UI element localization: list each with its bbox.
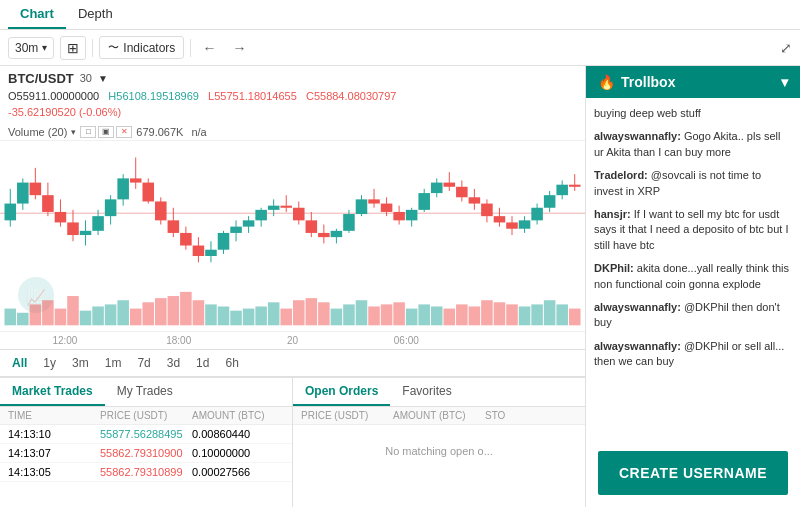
list-item: alwayswannafly: Gogo Akita.. pls sell ur…	[594, 129, 792, 160]
trollbox-panel: 🔥 Trollbox ▾ buying deep web stuff alway…	[585, 66, 800, 507]
trollbox-header: 🔥 Trollbox ▾	[586, 66, 800, 98]
msg2-sender: Tradelord:	[594, 169, 648, 181]
trollbox-messages: buying deep web stuff alwayswannafly: Go…	[586, 98, 800, 439]
indicators-button[interactable]: 〜 Indicators	[99, 36, 184, 59]
tab-depth[interactable]: Depth	[66, 0, 125, 29]
row2-price: 55862.79310899	[100, 466, 192, 478]
list-item: DKPhil: akita done...yall really think t…	[594, 261, 792, 292]
no-orders-message: No matching open o...	[293, 425, 585, 477]
col-amount: AMOUNT (BTC)	[192, 410, 284, 421]
redo-button[interactable]: →	[227, 38, 251, 58]
oo-col-amount: AMOUNT (BTC)	[393, 410, 485, 421]
row0-price: 55877.56288495	[100, 428, 192, 440]
list-item: alwayswannafly: @DKPhil or sell all... t…	[594, 339, 792, 370]
row1-amount: 0.10000000	[192, 447, 284, 459]
msg3-sender: hansjr:	[594, 208, 631, 220]
interval-value: 30	[80, 71, 92, 86]
table-row: 14:13:10 55877.56288495 0.00860440	[0, 425, 292, 444]
table-row: 14:13:07 55862.79310900 0.10000000	[0, 444, 292, 463]
time-axis: 12:00 18:00 20 06:00	[0, 331, 585, 349]
o-value: 55911.00000000	[17, 90, 100, 102]
volume-na: n/a	[191, 126, 206, 138]
tab-chart[interactable]: Chart	[8, 0, 66, 29]
period-selector: All 1y 3m 1m 7d 3d 1d 6h	[0, 349, 585, 377]
timeframe-arrow: ▾	[42, 42, 47, 53]
fire-icon: 🔥	[598, 74, 615, 90]
msg0-text: buying deep web stuff	[594, 107, 701, 119]
indicators-wave-icon: 〜	[108, 40, 119, 55]
period-7d[interactable]: 7d	[133, 354, 154, 372]
tab-my-trades[interactable]: My Trades	[105, 378, 185, 406]
market-trades-header: TIME PRICE (USDT) AMOUNT (BTC)	[0, 407, 292, 425]
period-3m[interactable]: 3m	[68, 354, 93, 372]
open-orders-tabs: Open Orders Favorites	[293, 378, 585, 407]
list-item: hansjr: If I want to sell my btc for usd…	[594, 207, 792, 253]
period-6h[interactable]: 6h	[221, 354, 242, 372]
table-row: 14:13:05 55862.79310899 0.00027566	[0, 463, 292, 482]
msg1-sender: alwayswannafly:	[594, 130, 681, 142]
open-orders-section: Open Orders Favorites PRICE (USDT) AMOUN…	[293, 378, 585, 507]
period-1m[interactable]: 1m	[101, 354, 126, 372]
oo-col-price: PRICE (USDT)	[301, 410, 393, 421]
timeframe-selector[interactable]: 30m ▾	[8, 37, 54, 59]
row2-amount: 0.00027566	[192, 466, 284, 478]
trade-tables: Market Trades My Trades TIME PRICE (USDT…	[0, 377, 585, 507]
candle-chart[interactable]	[0, 141, 585, 331]
pair-name: BTC/USDT	[8, 70, 74, 88]
time-label-0: 12:00	[8, 335, 122, 346]
undo-button[interactable]: ←	[197, 38, 221, 58]
period-1y[interactable]: 1y	[39, 354, 60, 372]
list-item: alwayswannafly: @DKPhil then don't buy	[594, 300, 792, 331]
market-trades-tabs: Market Trades My Trades	[0, 378, 292, 407]
msg6-sender: alwayswannafly:	[594, 340, 681, 352]
h-value: 56108.19518969	[116, 90, 199, 102]
row0-time: 14:13:10	[8, 428, 100, 440]
row2-time: 14:13:05	[8, 466, 100, 478]
oo-col-sto: STO	[485, 410, 577, 421]
vol-icon-2[interactable]: ▣	[98, 126, 114, 138]
time-label-2: 20	[236, 335, 350, 346]
tab-market-trades[interactable]: Market Trades	[0, 378, 105, 406]
interval-arrow[interactable]: ▼	[98, 72, 108, 86]
change-value: -35.62190520 (-0.06%)	[8, 105, 577, 120]
list-item: buying deep web stuff	[594, 106, 792, 121]
col-time: TIME	[8, 410, 100, 421]
c-label: C	[306, 90, 314, 102]
list-item: Tradelord: @sovcali is not time to inves…	[594, 168, 792, 199]
vol-icon-1[interactable]: □	[80, 126, 96, 138]
tab-favorites[interactable]: Favorites	[390, 378, 463, 406]
vol-icon-group: □ ▣ ✕	[80, 126, 132, 138]
time-label-1: 18:00	[122, 335, 236, 346]
vol-arrow: ▾	[71, 127, 76, 137]
chart-canvas	[0, 141, 585, 331]
msg4-sender: DKPhil:	[594, 262, 634, 274]
row1-time: 14:13:07	[8, 447, 100, 459]
market-trades-section: Market Trades My Trades TIME PRICE (USDT…	[0, 378, 293, 507]
indicators-label: Indicators	[123, 41, 175, 55]
candle-type-selector[interactable]: ⊞	[60, 36, 86, 60]
expand-button[interactable]: ⤢	[780, 40, 792, 56]
row1-price: 55862.79310900	[100, 447, 192, 459]
volume-value: 679.067K	[136, 126, 183, 138]
open-orders-header: PRICE (USDT) AMOUNT (BTC) STO	[293, 407, 585, 425]
sep1	[92, 39, 93, 57]
candle-icon: ⊞	[67, 40, 79, 56]
row0-amount: 0.00860440	[192, 428, 284, 440]
o-label: O	[8, 90, 17, 102]
period-1d[interactable]: 1d	[192, 354, 213, 372]
tab-open-orders[interactable]: Open Orders	[293, 378, 390, 406]
volume-label[interactable]: Volume (20)	[8, 126, 67, 138]
timeframe-value: 30m	[15, 41, 38, 55]
sep2	[190, 39, 191, 57]
vol-icon-x[interactable]: ✕	[116, 126, 132, 138]
col-price: PRICE (USDT)	[100, 410, 192, 421]
l-value: 55751.18014655	[214, 90, 297, 102]
period-all[interactable]: All	[8, 354, 31, 372]
period-3d[interactable]: 3d	[163, 354, 184, 372]
trollbox-title: Trollbox	[621, 74, 675, 90]
c-value: 55884.08030797	[314, 90, 397, 102]
msg5-sender: alwayswannafly:	[594, 301, 681, 313]
create-username-button[interactable]: CREATE USERNAME	[598, 451, 788, 495]
trollbox-arrow-icon[interactable]: ▾	[781, 74, 788, 90]
time-label-3: 06:00	[349, 335, 463, 346]
